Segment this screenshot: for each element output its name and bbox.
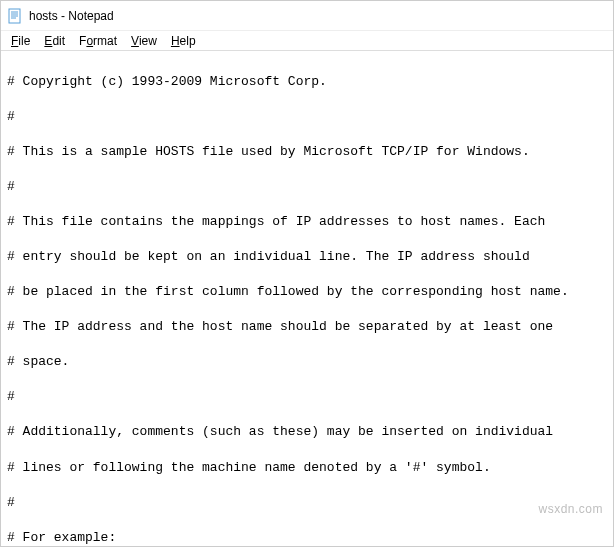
- text-line: # For example:: [7, 529, 607, 547]
- text-line: # entry should be kept on an individual …: [7, 248, 607, 266]
- text-line: # lines or following the machine name de…: [7, 459, 607, 477]
- menu-help[interactable]: Help: [165, 33, 202, 49]
- text-line: #: [7, 388, 607, 406]
- window-titlebar: hosts - Notepad: [1, 1, 613, 31]
- menu-edit[interactable]: Edit: [38, 33, 71, 49]
- text-line: # be placed in the first column followed…: [7, 283, 607, 301]
- menu-format[interactable]: Format: [73, 33, 123, 49]
- watermark-text: wsxdn.com: [538, 502, 603, 516]
- text-line: # space.: [7, 353, 607, 371]
- notepad-icon: [7, 8, 23, 24]
- text-line: #: [7, 178, 607, 196]
- editor-area[interactable]: # Copyright (c) 1993-2009 Microsoft Corp…: [1, 51, 613, 547]
- text-line: # The IP address and the host name shoul…: [7, 318, 607, 336]
- menu-file[interactable]: File: [5, 33, 36, 49]
- menu-view[interactable]: View: [125, 33, 163, 49]
- menubar: File Edit Format View Help: [1, 31, 613, 51]
- text-line: # This file contains the mappings of IP …: [7, 213, 607, 231]
- window-title: hosts - Notepad: [29, 9, 114, 23]
- text-line: #: [7, 108, 607, 126]
- text-line: # Copyright (c) 1993-2009 Microsoft Corp…: [7, 73, 607, 91]
- text-line: # This is a sample HOSTS file used by Mi…: [7, 143, 607, 161]
- text-line: # Additionally, comments (such as these)…: [7, 423, 607, 441]
- text-line: #: [7, 494, 607, 512]
